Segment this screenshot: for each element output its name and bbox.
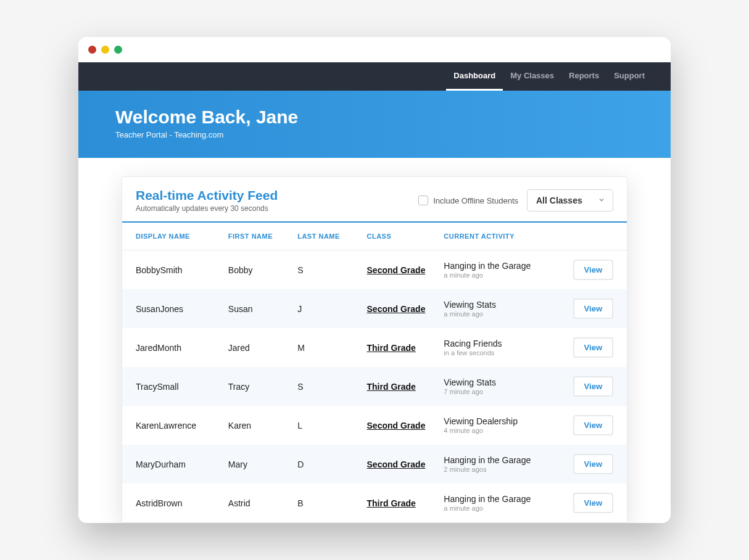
cell-last-name: S [297, 265, 366, 275]
table-row: BobbySmithBobbySSecond GradeHanging in t… [122, 250, 627, 289]
cell-last-name: S [297, 382, 366, 392]
nav-item-support[interactable]: Support [606, 62, 652, 91]
cell-first-name: Mary [228, 459, 297, 469]
cell-display-name: JaredMonth [136, 343, 228, 353]
view-button[interactable]: View [573, 260, 613, 280]
cell-activity: Hanging in the Garagea minute ago [444, 261, 559, 279]
chevron-down-icon [598, 196, 605, 205]
content-area: Real-time Activity Feed Automatically up… [78, 158, 671, 523]
activity-name: Viewing Dealership [444, 416, 559, 426]
table-row: AstridBrownAstridBThird GradeHanging in … [122, 484, 627, 522]
window-minimize-dot[interactable] [101, 46, 109, 54]
cell-activity: Racing Friendsin a few seconds [444, 339, 559, 356]
table-row: TracySmallTracySThird GradeViewing Stats… [122, 367, 627, 406]
class-filter-value: All Classes [536, 196, 582, 205]
cell-first-name: Tracy [228, 382, 297, 392]
view-button[interactable]: View [573, 376, 613, 397]
view-button[interactable]: View [573, 493, 613, 513]
activity-feed-card: Real-time Activity Feed Automatically up… [122, 176, 627, 523]
checkbox-box-icon [418, 196, 428, 205]
th-last-name: LAST NAME [297, 233, 366, 240]
view-button[interactable]: View [573, 454, 613, 474]
class-link[interactable]: Second Grade [367, 304, 444, 314]
cell-display-name: MaryDurham [136, 459, 228, 469]
cell-last-name: J [297, 304, 366, 314]
activity-time: a minute ago [444, 271, 559, 279]
cell-display-name: BobbySmith [136, 265, 228, 275]
cell-display-name: KarenLawrence [136, 421, 228, 430]
activity-time: a minute ago [444, 310, 559, 318]
cell-first-name: Jared [228, 343, 297, 353]
activity-name: Viewing Stats [444, 377, 559, 387]
class-link[interactable]: Second Grade [367, 459, 444, 469]
class-link[interactable]: Third Grade [367, 498, 444, 508]
page-title: Welcome Back, Jane [115, 107, 634, 128]
activity-name: Viewing Stats [444, 300, 559, 310]
card-controls: Include Offline Students All Classes [418, 189, 613, 212]
view-button[interactable]: View [573, 415, 613, 435]
class-link[interactable]: Second Grade [367, 265, 444, 275]
nav-item-my-classes[interactable]: My Classes [503, 62, 561, 91]
navbar: Dashboard My Classes Reports Support [78, 62, 671, 91]
class-link[interactable]: Third Grade [367, 343, 444, 353]
activity-time: in a few seconds [444, 349, 559, 356]
cell-last-name: D [297, 459, 366, 469]
table-row: SusanJonesSusanJSecond GradeViewing Stat… [122, 289, 627, 328]
cell-display-name: SusanJones [136, 304, 228, 314]
activity-name: Hanging in the Garage [444, 261, 559, 271]
activity-name: Hanging in the Garage [444, 494, 559, 504]
app-window: Dashboard My Classes Reports Support Wel… [78, 37, 671, 523]
activity-time: 7 minute ago [444, 388, 559, 395]
page-subtitle: Teacher Portal - Teaching.com [115, 130, 634, 139]
activity-time: a minute ago [444, 504, 559, 512]
card-title-block: Real-time Activity Feed Automatically up… [136, 188, 278, 213]
table-body: BobbySmithBobbySSecond GradeHanging in t… [122, 250, 627, 522]
activity-time: 4 minute ago [444, 427, 559, 434]
table-row: JaredMonthJaredMThird GradeRacing Friend… [122, 328, 627, 367]
cell-last-name: B [297, 498, 366, 508]
card-header: Real-time Activity Feed Automatically up… [122, 177, 627, 223]
nav-item-dashboard[interactable]: Dashboard [446, 62, 503, 91]
th-current-activity: CURRENT ACTIVITY [444, 233, 559, 240]
th-class: CLASS [367, 233, 444, 240]
cell-display-name: TracySmall [136, 382, 228, 392]
cell-first-name: Susan [228, 304, 297, 314]
cell-activity: Viewing Dealership4 minute ago [444, 416, 559, 434]
cell-activity: Viewing Statsa minute ago [444, 300, 559, 318]
card-title: Real-time Activity Feed [136, 188, 278, 203]
cell-activity: Viewing Stats7 minute ago [444, 377, 559, 395]
window-close-dot[interactable] [88, 46, 96, 54]
window-maximize-dot[interactable] [114, 46, 122, 54]
cell-first-name: Astrid [228, 498, 297, 508]
view-button[interactable]: View [573, 299, 613, 319]
nav-item-reports[interactable]: Reports [561, 62, 606, 91]
activity-name: Hanging in the Garage [444, 455, 559, 465]
include-offline-checkbox[interactable]: Include Offline Students [418, 196, 518, 205]
cell-first-name: Bobby [228, 265, 297, 275]
view-button[interactable]: View [573, 337, 613, 358]
table-row: MaryDurhamMaryDSecond GradeHanging in th… [122, 445, 627, 484]
table-header-row: DISPLAY NAME FIRST NAME LAST NAME CLASS … [122, 223, 627, 250]
cell-last-name: M [297, 343, 366, 353]
class-filter-select[interactable]: All Classes [527, 189, 613, 212]
cell-first-name: Karen [228, 421, 297, 430]
class-link[interactable]: Third Grade [367, 382, 444, 392]
hero-banner: Welcome Back, Jane Teacher Portal - Teac… [78, 91, 671, 158]
th-display-name: DISPLAY NAME [136, 233, 228, 240]
th-first-name: FIRST NAME [228, 233, 297, 240]
window-titlebar [78, 37, 671, 62]
activity-name: Racing Friends [444, 339, 559, 348]
activity-time: 2 minute agos [444, 466, 559, 473]
cell-activity: Hanging in the Garagea minute ago [444, 494, 559, 512]
include-offline-label: Include Offline Students [433, 196, 518, 205]
cell-activity: Hanging in the Garage2 minute agos [444, 455, 559, 473]
table-row: KarenLawrenceKarenLSecond GradeViewing D… [122, 406, 627, 445]
class-link[interactable]: Second Grade [367, 421, 444, 430]
card-subtitle: Automatically updates every 30 seconds [136, 204, 278, 213]
cell-last-name: L [297, 421, 366, 430]
cell-display-name: AstridBrown [136, 498, 228, 508]
